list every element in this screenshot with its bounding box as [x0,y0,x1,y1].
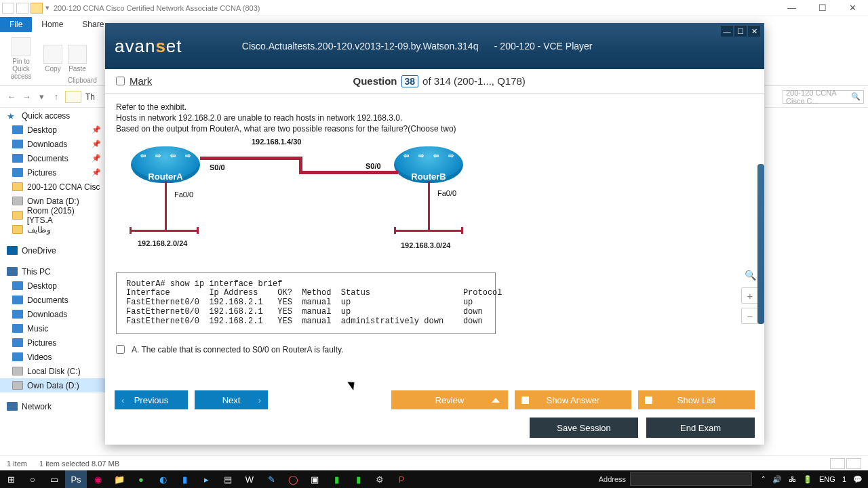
taskbar-app[interactable]: ◯ [282,470,304,488]
qat-overflow-icon[interactable]: ▾ [45,3,50,12]
back-button[interactable]: ← [4,92,19,102]
router-a-icon: ⇦⇨⇦⇨ RouterA [131,146,200,183]
taskbar-app[interactable]: ▸ [195,470,217,488]
view-details-icon[interactable] [830,458,845,469]
tray-up-icon[interactable]: ˄ [762,475,766,484]
mark-checkbox[interactable]: Mark [116,75,152,87]
taskbar-app[interactable]: P [391,470,412,488]
paste-button[interactable]: Paste [68,45,87,73]
router-a-label: RouterA [131,171,200,182]
taskbar-app[interactable]: W [239,470,260,488]
previous-button[interactable]: ‹Previous [115,390,188,409]
wan-subnet-label: 192.168.1.4/30 [252,138,301,146]
tree-thispc[interactable]: This PC [0,264,105,279]
vce-maximize-icon[interactable]: ☐ [734,26,747,37]
zoom-in-button[interactable]: + [741,287,759,304]
zoom-out-button[interactable]: − [741,308,759,324]
tree-network[interactable]: Network [0,399,105,413]
up-button[interactable]: ↑ [49,92,64,102]
review-button[interactable]: Review [391,390,508,409]
save-session-button[interactable]: Save Session [530,418,638,438]
taskbar-app[interactable]: ● [130,470,152,488]
view-large-icon[interactable] [846,458,861,469]
qat-open-icon[interactable] [31,3,43,14]
vce-minimize-icon[interactable]: — [721,26,733,37]
tree-item[interactable]: Pictures [0,336,105,350]
vce-close-icon[interactable]: ✕ [748,26,760,37]
net-label-a: 192.168.2.0/24 [138,239,187,247]
serial-label-b: S0/0 [366,162,381,170]
tab-file[interactable]: File [0,17,32,32]
tree-item[interactable]: Desktop📌 [0,123,105,137]
taskbar-app[interactable]: Ps [65,470,87,488]
notification-icon[interactable]: 💬 [853,475,863,484]
show-list-button[interactable]: Show List [638,390,755,409]
mark-checkbox-input[interactable] [116,77,125,85]
pin-button[interactable]: Pin to Quick access [4,37,38,80]
taskbar-app[interactable]: ▮ [347,470,369,488]
tray-clock[interactable]: 1 [842,475,846,483]
path-segment-icon[interactable] [65,91,81,103]
taskbar-app[interactable]: ✎ [260,470,282,488]
taskbar-app[interactable]: ▤ [217,470,239,488]
explorer-titlebar: ▾ 200-120 CCNA Cisco Certified Network A… [0,0,868,16]
serial-link [299,171,398,174]
tree-item[interactable]: Local Disk (C:) [0,364,105,378]
end-exam-button[interactable]: End Exam [646,418,755,438]
answer-a-text: A. The cable that is connected to S0/0 o… [132,345,343,354]
history-button[interactable]: ▾ [34,92,49,102]
tab-home[interactable]: Home [32,17,73,32]
taskbar-app[interactable]: ▣ [304,470,326,488]
qat-save-icon[interactable] [16,3,28,14]
tray-lang[interactable]: ENG [819,475,835,483]
tree-onedrive[interactable]: OneDrive [0,243,105,258]
system-tray: ˄ 🔊 🖧 🔋 ENG 1 💬 [756,475,868,484]
taskbar-app[interactable]: ▮ [174,470,195,488]
answer-option-a[interactable]: A. The cable that is connected to S0/0 o… [116,345,753,354]
search-icon[interactable]: 🔍 [741,267,759,283]
cortana-icon[interactable]: ○ [22,470,43,488]
tray-icon[interactable]: 🔊 [772,475,782,484]
tree-item[interactable]: Room (2015) [YTS.A [0,208,105,222]
answer-a-checkbox[interactable] [116,345,125,354]
forward-button[interactable]: → [19,92,34,102]
vertical-scrollbar[interactable] [757,164,764,324]
tree-item[interactable]: Documents [0,293,105,307]
breadcrumb[interactable]: Th [85,92,95,102]
close-icon[interactable]: ✕ [837,1,868,16]
tray-icon[interactable]: 🔋 [803,475,812,484]
start-button[interactable]: ⊞ [0,470,22,488]
question-bar: Mark Question 38 of 314 (200-1..., Q178) [105,69,764,94]
tree-item[interactable]: Pictures📌 [0,165,105,180]
taskbar-app[interactable]: ◉ [87,470,108,488]
copy-button[interactable]: Copy [43,45,62,73]
serial-label-a: S0/0 [210,163,225,171]
taskview-icon[interactable]: ▭ [43,470,65,488]
question-text: Refer to the exhibit. Hosts in network 1… [116,102,753,135]
tray-icon[interactable]: 🖧 [789,475,796,483]
ribbon-group-label: Clipboard [68,77,97,84]
taskbar-app[interactable]: ◐ [152,470,174,488]
taskbar-app[interactable]: ▮ [326,470,347,488]
tree-item[interactable]: Documents📌 [0,151,105,165]
tree-quick-access[interactable]: Quick access [0,108,105,123]
address-input[interactable] [630,472,752,486]
tree-item-selected[interactable]: Own Data (D:) [0,378,105,392]
tree-item[interactable]: Music [0,321,105,336]
tree-item[interactable]: Videos [0,350,105,364]
tree-item[interactable]: Downloads📌 [0,137,105,151]
maximize-icon[interactable]: ☐ [807,1,837,16]
tree-item[interactable]: Desktop [0,279,105,293]
explorer-search-input[interactable]: 200-120 CCNA Cisco C...🔍 [783,90,864,104]
explorer-icon [2,3,14,14]
minimize-icon[interactable]: — [776,1,807,16]
taskbar-app[interactable]: ⚙ [369,470,391,488]
vce-titlebar: avanset Cisco.Actualtests.200-120.v2013-… [105,23,764,69]
taskbar-app[interactable]: 📁 [108,470,130,488]
show-answer-button[interactable]: Show Answer [515,390,631,409]
tree-item[interactable]: 200-120 CCNA Cisc [0,180,105,194]
question-body: Refer to the exhibit. Hosts in network 1… [105,94,764,386]
tree-item[interactable]: Downloads [0,307,105,321]
taskbar: ⊞ ○ ▭ Ps ◉ 📁 ● ◐ ▮ ▸ ▤ W ✎ ◯ ▣ ▮ ▮ ⚙ P A… [0,470,868,488]
next-button[interactable]: Next› [195,390,268,409]
